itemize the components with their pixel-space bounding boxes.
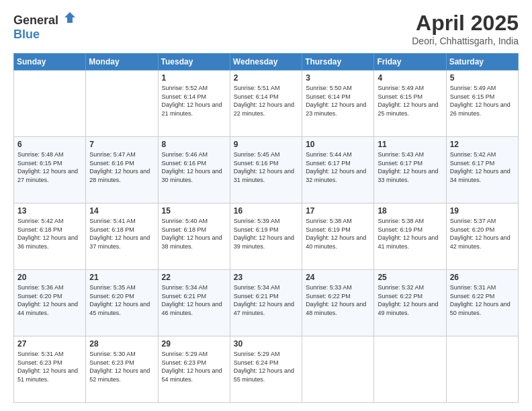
month-title: April 2025 [412, 11, 519, 36]
table-row: 12Sunrise: 5:42 AM Sunset: 6:17 PM Dayli… [446, 137, 518, 203]
table-row: 23Sunrise: 5:34 AM Sunset: 6:21 PM Dayli… [230, 270, 302, 336]
day-info: Sunrise: 5:47 AM Sunset: 6:16 PM Dayligh… [89, 150, 154, 184]
day-number: 24 [306, 273, 370, 282]
day-info: Sunrise: 5:31 AM Sunset: 6:23 PM Dayligh… [17, 350, 82, 383]
day-number: 25 [378, 273, 442, 282]
logo-text: General Blue [13, 11, 77, 42]
calendar-week-row: 20Sunrise: 5:36 AM Sunset: 6:20 PM Dayli… [14, 270, 519, 336]
table-row: 18Sunrise: 5:38 AM Sunset: 6:19 PM Dayli… [374, 203, 446, 270]
day-number: 1 [162, 73, 226, 83]
day-info: Sunrise: 5:49 AM Sunset: 6:15 PM Dayligh… [378, 84, 442, 118]
table-row [86, 71, 158, 137]
logo-icon [63, 11, 77, 24]
table-row: 11Sunrise: 5:43 AM Sunset: 6:17 PM Dayli… [374, 137, 446, 203]
table-row: 22Sunrise: 5:34 AM Sunset: 6:21 PM Dayli… [158, 270, 230, 336]
day-number: 30 [234, 339, 298, 349]
day-info: Sunrise: 5:38 AM Sunset: 6:19 PM Dayligh… [378, 217, 442, 250]
table-row: 2Sunrise: 5:51 AM Sunset: 6:14 PM Daylig… [230, 71, 302, 137]
calendar-header-row: Sunday Monday Tuesday Wednesday Thursday… [14, 54, 519, 71]
day-info: Sunrise: 5:33 AM Sunset: 6:22 PM Dayligh… [306, 283, 370, 317]
table-row: 27Sunrise: 5:31 AM Sunset: 6:23 PM Dayli… [14, 336, 86, 403]
table-row: 25Sunrise: 5:32 AM Sunset: 6:22 PM Dayli… [374, 270, 446, 336]
calendar-week-row: 6Sunrise: 5:48 AM Sunset: 6:15 PM Daylig… [14, 137, 519, 203]
table-row [446, 336, 518, 403]
day-info: Sunrise: 5:34 AM Sunset: 6:21 PM Dayligh… [234, 283, 298, 317]
day-info: Sunrise: 5:51 AM Sunset: 6:14 PM Dayligh… [234, 84, 298, 118]
day-number: 19 [450, 206, 515, 216]
day-info: Sunrise: 5:43 AM Sunset: 6:17 PM Dayligh… [378, 150, 442, 184]
table-row: 10Sunrise: 5:44 AM Sunset: 6:17 PM Dayli… [302, 137, 374, 203]
table-row: 21Sunrise: 5:35 AM Sunset: 6:20 PM Dayli… [86, 270, 158, 336]
day-info: Sunrise: 5:31 AM Sunset: 6:22 PM Dayligh… [450, 283, 515, 317]
col-friday: Friday [374, 54, 446, 71]
day-info: Sunrise: 5:39 AM Sunset: 6:19 PM Dayligh… [234, 217, 298, 250]
table-row: 30Sunrise: 5:29 AM Sunset: 6:24 PM Dayli… [230, 336, 302, 403]
table-row: 4Sunrise: 5:49 AM Sunset: 6:15 PM Daylig… [374, 71, 446, 137]
logo-general: General [13, 13, 58, 27]
table-row: 14Sunrise: 5:41 AM Sunset: 6:18 PM Dayli… [86, 203, 158, 270]
day-number: 27 [17, 339, 82, 349]
day-number: 11 [378, 140, 442, 149]
day-info: Sunrise: 5:34 AM Sunset: 6:21 PM Dayligh… [162, 283, 226, 317]
table-row: 6Sunrise: 5:48 AM Sunset: 6:15 PM Daylig… [14, 137, 86, 203]
table-row: 8Sunrise: 5:46 AM Sunset: 6:16 PM Daylig… [158, 137, 230, 203]
day-info: Sunrise: 5:32 AM Sunset: 6:22 PM Dayligh… [378, 283, 442, 317]
day-info: Sunrise: 5:35 AM Sunset: 6:20 PM Dayligh… [89, 283, 154, 317]
day-info: Sunrise: 5:38 AM Sunset: 6:19 PM Dayligh… [306, 217, 370, 250]
page: General Blue April 2025 Deori, Chhattisg… [0, 0, 532, 411]
calendar-week-row: 1Sunrise: 5:52 AM Sunset: 6:14 PM Daylig… [14, 71, 519, 137]
table-row [14, 71, 86, 137]
day-info: Sunrise: 5:41 AM Sunset: 6:18 PM Dayligh… [89, 217, 154, 250]
day-info: Sunrise: 5:44 AM Sunset: 6:17 PM Dayligh… [306, 150, 370, 184]
col-wednesday: Wednesday [230, 54, 302, 71]
table-row: 20Sunrise: 5:36 AM Sunset: 6:20 PM Dayli… [14, 270, 86, 336]
header: General Blue April 2025 Deori, Chhattisg… [13, 11, 519, 46]
day-number: 20 [17, 273, 82, 282]
day-info: Sunrise: 5:45 AM Sunset: 6:16 PM Dayligh… [234, 150, 298, 184]
table-row: 16Sunrise: 5:39 AM Sunset: 6:19 PM Dayli… [230, 203, 302, 270]
day-number: 15 [162, 206, 226, 216]
day-info: Sunrise: 5:29 AM Sunset: 6:23 PM Dayligh… [162, 350, 226, 383]
day-info: Sunrise: 5:37 AM Sunset: 6:20 PM Dayligh… [450, 217, 515, 250]
day-number: 18 [378, 206, 442, 216]
day-info: Sunrise: 5:30 AM Sunset: 6:23 PM Dayligh… [89, 350, 154, 383]
day-number: 12 [450, 140, 515, 149]
day-number: 23 [234, 273, 298, 282]
col-thursday: Thursday [302, 54, 374, 71]
logo: General Blue [13, 11, 77, 42]
day-number: 17 [306, 206, 370, 216]
table-row: 26Sunrise: 5:31 AM Sunset: 6:22 PM Dayli… [446, 270, 518, 336]
day-number: 2 [234, 73, 298, 83]
table-row: 19Sunrise: 5:37 AM Sunset: 6:20 PM Dayli… [446, 203, 518, 270]
col-tuesday: Tuesday [158, 54, 230, 71]
table-row: 7Sunrise: 5:47 AM Sunset: 6:16 PM Daylig… [86, 137, 158, 203]
table-row: 3Sunrise: 5:50 AM Sunset: 6:14 PM Daylig… [302, 71, 374, 137]
day-number: 16 [234, 206, 298, 216]
day-info: Sunrise: 5:42 AM Sunset: 6:17 PM Dayligh… [450, 150, 515, 184]
day-number: 26 [450, 273, 515, 282]
day-info: Sunrise: 5:49 AM Sunset: 6:15 PM Dayligh… [450, 84, 515, 118]
calendar-table: Sunday Monday Tuesday Wednesday Thursday… [13, 53, 519, 403]
table-row: 1Sunrise: 5:52 AM Sunset: 6:14 PM Daylig… [158, 71, 230, 137]
day-number: 5 [450, 73, 515, 83]
table-row [374, 336, 446, 403]
day-info: Sunrise: 5:52 AM Sunset: 6:14 PM Dayligh… [162, 84, 226, 118]
day-number: 4 [378, 73, 442, 83]
location: Deori, Chhattisgarh, India [412, 36, 519, 46]
col-sunday: Sunday [14, 54, 86, 71]
title-block: April 2025 Deori, Chhattisgarh, India [412, 11, 519, 46]
day-number: 14 [89, 206, 154, 216]
day-number: 10 [306, 140, 370, 149]
day-info: Sunrise: 5:50 AM Sunset: 6:14 PM Dayligh… [306, 84, 370, 118]
day-info: Sunrise: 5:36 AM Sunset: 6:20 PM Dayligh… [17, 283, 82, 317]
logo-blue: Blue [13, 28, 40, 41]
day-info: Sunrise: 5:40 AM Sunset: 6:18 PM Dayligh… [162, 217, 226, 250]
day-number: 8 [162, 140, 226, 149]
table-row: 29Sunrise: 5:29 AM Sunset: 6:23 PM Dayli… [158, 336, 230, 403]
day-info: Sunrise: 5:42 AM Sunset: 6:18 PM Dayligh… [17, 217, 82, 250]
svg-marker-0 [64, 12, 75, 23]
day-number: 7 [89, 140, 154, 149]
table-row: 24Sunrise: 5:33 AM Sunset: 6:22 PM Dayli… [302, 270, 374, 336]
table-row: 5Sunrise: 5:49 AM Sunset: 6:15 PM Daylig… [446, 71, 518, 137]
col-saturday: Saturday [446, 54, 518, 71]
